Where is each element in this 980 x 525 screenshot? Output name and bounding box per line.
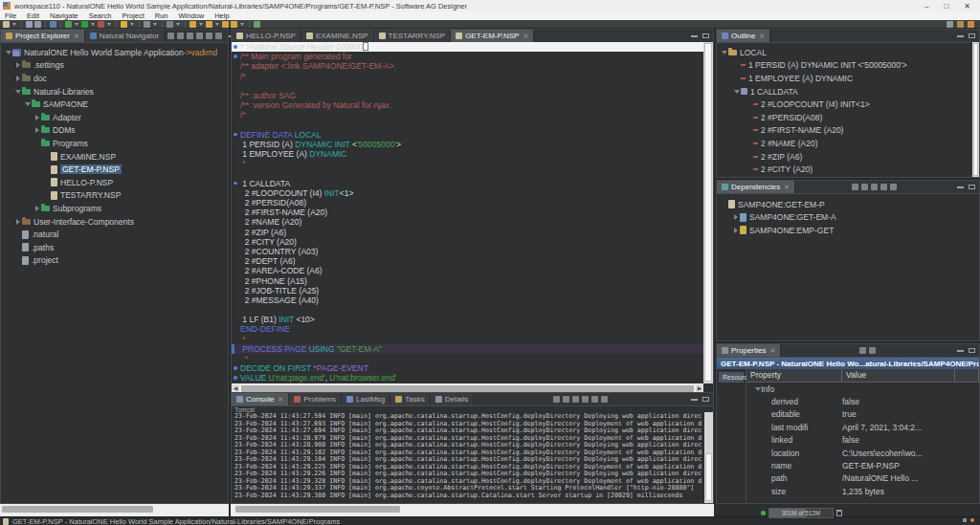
chevron-collapsed-icon[interactable]	[14, 218, 21, 225]
tab-tool-icon[interactable]	[880, 184, 887, 190]
code-line[interactable]: /*	[232, 110, 703, 120]
minimize-panel-icon[interactable]	[691, 399, 698, 401]
chevron-collapsed-icon[interactable]	[732, 214, 739, 221]
tree-item[interactable]: 2 #ZIP (A6)	[717, 150, 979, 164]
property-row[interactable]: path/NaturalONE Hello ...	[746, 472, 979, 485]
tab-tool-icon[interactable]	[591, 396, 598, 403]
code-line[interactable]: 2 #AREA-CODE (A6)	[232, 266, 703, 275]
console-log[interactable]: 23-Feb-2024 11:43:27.594 INFO [main] org…	[232, 412, 704, 503]
dropdown-caret-icon[interactable]	[75, 23, 78, 26]
minimize-panel-icon[interactable]	[957, 350, 964, 352]
code-line[interactable]	[232, 305, 703, 315]
code-line[interactable]: DECIDE ON FIRST *PAGE-EVENT	[232, 363, 703, 373]
notification-icon[interactable]	[970, 518, 974, 522]
tab-tool-icon[interactable]	[215, 33, 222, 39]
menu-file[interactable]: File	[5, 11, 16, 20]
tree-item[interactable]: 1 EMPLOYEE (A) DYNAMIC	[717, 72, 979, 85]
forward-icon[interactable]	[206, 21, 212, 28]
editor-tab-testarry-nsp[interactable]: TESTARRY.NSP	[374, 30, 452, 42]
tree-item[interactable]: 2 #NAME (A20)	[717, 137, 979, 150]
chevron-expanded-icon[interactable]	[14, 88, 21, 95]
editor-hscrollbar[interactable]: ◀ ▶	[232, 383, 703, 392]
code-line[interactable]	[232, 120, 703, 130]
property-group-row[interactable]: Info	[746, 383, 979, 395]
console-hscrollbar[interactable]	[231, 504, 714, 516]
maximize-panel-icon[interactable]	[702, 33, 709, 38]
tab-tool-icon[interactable]	[167, 33, 174, 39]
property-row[interactable]: nameGET-EM-P.NSP	[746, 459, 979, 471]
code-line[interactable]	[232, 168, 703, 178]
menu-window[interactable]: Window	[179, 11, 205, 20]
tree-item[interactable]: 1 CALLDATA	[717, 85, 979, 98]
minimize-button[interactable]: –	[924, 2, 928, 11]
code-line[interactable]: 2 #MESSAGE (A40)	[232, 295, 703, 305]
tab-tool-icon[interactable]	[187, 33, 193, 39]
chevron-expanded-icon[interactable]	[754, 385, 761, 392]
property-row[interactable]: size1,235 bytes	[746, 485, 979, 497]
dropdown-caret-icon[interactable]	[91, 23, 95, 26]
tab-tool-icon[interactable]	[601, 396, 608, 403]
code-line[interactable]: 2 #COUNTRY (A03)	[232, 247, 703, 256]
code-line[interactable]: /*	[232, 72, 703, 81]
code-line[interactable]	[232, 81, 703, 91]
tree-item[interactable]: 1 PERSID (A) DYNAMIC INIT <'50005000'>	[717, 59, 979, 73]
outline-vscrollbar[interactable]	[972, 42, 979, 177]
tree-item[interactable]: 2 #PERSID(A08)	[717, 111, 979, 124]
code-line[interactable]: 1 PERSID (A) DYNAMIC INIT <'50005000'>	[232, 140, 703, 149]
tab-tool-icon[interactable]	[196, 33, 203, 39]
tab-tool-icon[interactable]	[582, 396, 589, 403]
menu-run[interactable]: Run	[155, 11, 168, 20]
dropdown-caret-icon[interactable]	[107, 23, 111, 26]
code-line[interactable]: 2 #NAME (A20)	[232, 217, 703, 227]
dropdown-caret-icon[interactable]	[153, 23, 157, 26]
code-line[interactable]: 2 #CITY (A20)	[232, 237, 703, 247]
editor-tab-get-em-p-nsp[interactable]: GET-EM-P.NSP✕	[451, 30, 534, 42]
close-tab-icon[interactable]: ✕	[759, 33, 765, 40]
menu-navigate[interactable]: Navigate	[50, 11, 78, 20]
code-line[interactable]: 1 EMPLOYEE (A) DYNAMIC	[232, 149, 703, 159]
tree-item[interactable]: 2 #CITY (A20)	[717, 163, 979, 176]
tab-tool-icon[interactable]	[177, 33, 184, 39]
tab-tool-icon[interactable]	[563, 396, 569, 403]
code-line[interactable]: PROCESS PAGE USING "GET-EM-A"	[232, 344, 703, 354]
close-tab-icon[interactable]: ✕	[523, 33, 528, 40]
property-row[interactable]: last modifiApril 7, 2021, 3:04:2...	[746, 421, 979, 433]
tree-item[interactable]: NaturalONE Hello World Sample Applicatio…	[1, 46, 228, 59]
close-tab-icon[interactable]: ✕	[769, 347, 775, 355]
chevron-expanded-icon[interactable]	[5, 49, 11, 55]
property-row[interactable]: derivedfalse	[746, 395, 979, 407]
tab-console[interactable]: Console✕	[232, 393, 289, 405]
construct-icon[interactable]	[121, 21, 127, 28]
code-line[interactable]: 2 #LOOPCOUNT (I4) INIT<1>	[232, 188, 703, 198]
tree-item[interactable]: TESTARRY.NSP	[1, 189, 228, 203]
column-header-property[interactable]: Property	[746, 369, 842, 382]
tree-item[interactable]: SAMP4ONE:GET-EM-A	[717, 211, 979, 225]
tab-details[interactable]: Details	[431, 393, 474, 405]
save-icon[interactable]	[26, 21, 33, 28]
tab-tool-icon[interactable]	[890, 184, 897, 190]
chevron-collapsed-icon[interactable]	[732, 227, 739, 233]
maximize-button[interactable]: □	[944, 2, 948, 11]
back-icon[interactable]	[189, 21, 196, 28]
tab-tool-icon[interactable]	[852, 184, 858, 190]
minimize-panel-icon[interactable]	[957, 186, 964, 188]
minimize-panel-icon[interactable]	[691, 35, 698, 37]
map-environment-icon[interactable]	[167, 21, 173, 28]
code-line[interactable]: 2 #PERSID(A08)	[232, 198, 703, 208]
property-row[interactable]: locationC:\Users\ecohen\wo...	[746, 447, 979, 459]
tab-tool-icon[interactable]	[859, 347, 866, 354]
dropdown-caret-icon[interactable]	[215, 23, 219, 26]
tab-resource[interactable]: Resource	[719, 372, 744, 383]
tree-item[interactable]: Subprograms	[1, 202, 228, 215]
close-tab-icon[interactable]: ✕	[74, 33, 79, 40]
code-line[interactable]: /** Main program generated for	[232, 52, 703, 61]
editor-tab-hello-p-nsp[interactable]: HELLO-P.NSP	[232, 30, 301, 42]
tab-tool-icon[interactable]	[572, 396, 579, 403]
tab-lastmsg[interactable]: LastMsg	[342, 393, 390, 405]
chevron-collapsed-icon[interactable]	[14, 75, 21, 81]
save-all-icon[interactable]	[34, 21, 41, 28]
code-editor[interactable]: * >Natural Source Header 000000/** Main …	[232, 42, 703, 383]
dropdown-caret-icon[interactable]	[240, 23, 244, 26]
maximize-panel-icon[interactable]	[702, 397, 709, 402]
dropdown-caret-icon[interactable]	[199, 23, 203, 26]
